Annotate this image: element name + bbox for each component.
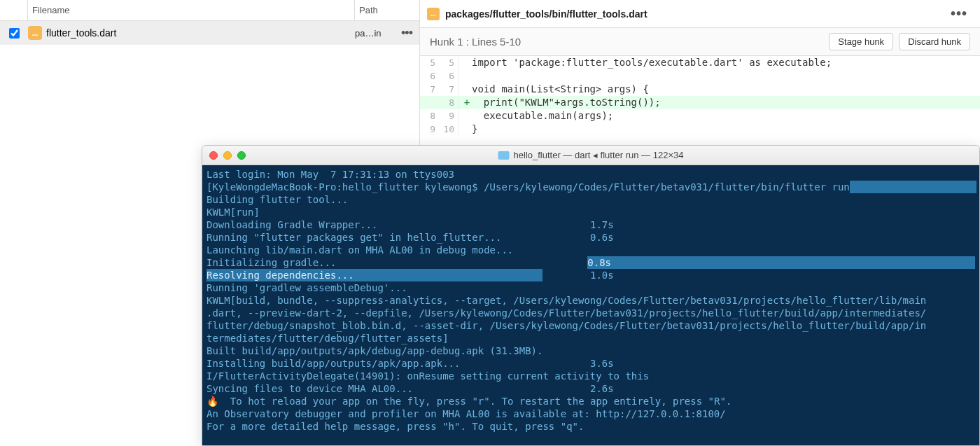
- stage-hunk-button[interactable]: Stage hunk: [829, 33, 893, 50]
- file-checkbox[interactable]: [9, 28, 20, 39]
- terminal-window: hello_flutter — dart ◂ flutter run — 122…: [202, 145, 980, 446]
- terminal-line: Resolving dependencies... 1.0s: [206, 269, 975, 281]
- terminal-line: For a more detailed help message, press …: [206, 420, 975, 433]
- filename-header[interactable]: Filename: [28, 0, 355, 20]
- dart-file-icon: ...: [28, 26, 42, 40]
- editor-tab-bar: ... packages/flutter_tools/bin/flutter_t…: [420, 0, 980, 28]
- terminal-line: Running 'gradlew assembleDebug'...: [206, 281, 975, 294]
- diff-line[interactable]: 66: [420, 69, 980, 83]
- diff-line[interactable]: 910}: [420, 123, 980, 136]
- terminal-line: flutter/debug/snapshot_blob.bin.d, --ass…: [206, 319, 975, 332]
- terminal-line: Syncing files to device MHA AL00...2.6s: [206, 382, 975, 395]
- terminal-body[interactable]: Last login: Mon May 7 17:31:13 on ttys00…: [202, 165, 979, 445]
- terminal-line: Running "flutter packages get" in hello_…: [206, 231, 975, 244]
- hunk-header: Hunk 1 : Lines 5-10 Stage hunk Discard h…: [420, 28, 980, 56]
- terminal-line: termediates/flutter/debug/flutter_assets…: [206, 332, 975, 344]
- hunk-label: Hunk 1 : Lines 5-10: [430, 36, 823, 48]
- diff-line[interactable]: 77void main(List<String> args) {: [420, 83, 980, 96]
- terminal-titlebar[interactable]: hello_flutter — dart ◂ flutter run — 122…: [202, 146, 979, 165]
- file-path-label: pa…in: [355, 28, 394, 39]
- folder-icon: [498, 151, 510, 160]
- dart-file-icon: ...: [427, 8, 440, 20]
- terminal-line: KWLM[build, bundle, --suppress-analytics…: [206, 294, 975, 307]
- terminal-line: An Observatory debugger and profiler on …: [206, 407, 975, 420]
- path-header[interactable]: Path: [355, 0, 419, 20]
- file-name-label: flutter_tools.dart: [46, 27, 116, 39]
- terminal-line: Installing build/app/outputs/apk/app.apk…: [206, 357, 975, 370]
- discard-hunk-button[interactable]: Discard hunk: [899, 33, 970, 50]
- maximize-icon[interactable]: [237, 151, 246, 160]
- terminal-line: Downloading Gradle Wrapper...1.7s: [206, 218, 975, 231]
- file-list-header: Filename Path: [0, 0, 419, 21]
- terminal-line: Building flutter tool...: [206, 193, 975, 206]
- terminal-title: hello_flutter — dart ◂ flutter run — 122…: [514, 150, 684, 160]
- diff-view[interactable]: 55import 'package:flutter_tools/executab…: [420, 56, 980, 136]
- minimize-icon[interactable]: [223, 151, 232, 160]
- terminal-line: Last login: Mon May 7 17:31:13 on ttys00…: [206, 168, 975, 181]
- terminal-line: 🔥 To hot reload your app on the fly, pre…: [206, 395, 975, 407]
- close-icon[interactable]: [209, 151, 218, 160]
- terminal-line: .dart, --preview-dart-2, --depfile, /Use…: [206, 307, 975, 319]
- terminal-line: Launching lib/main.dart on MHA AL00 in d…: [206, 244, 975, 256]
- diff-line[interactable]: 55import 'package:flutter_tools/executab…: [420, 56, 980, 69]
- terminal-line: I/FlutterActivityDelegate(14901): onResu…: [206, 370, 975, 382]
- file-more-button[interactable]: •••: [394, 26, 419, 41]
- diff-line[interactable]: 89 executable.main(args);: [420, 109, 980, 123]
- file-list-panel: Filename Path ... flutter_tools.dart pa……: [0, 0, 420, 145]
- file-row[interactable]: ... flutter_tools.dart pa…in •••: [0, 21, 419, 45]
- checkbox-header: [0, 0, 28, 20]
- terminal-line: Initializing gradle...0.8s: [206, 256, 975, 269]
- diff-panel: ... packages/flutter_tools/bin/flutter_t…: [420, 0, 980, 145]
- diff-line[interactable]: 8+ print("KWLM"+args.toString());: [420, 96, 980, 109]
- tab-title[interactable]: packages/flutter_tools/bin/flutter_tools…: [445, 8, 951, 20]
- terminal-line: KWLM[run]: [206, 206, 975, 218]
- terminal-line: [KyleWongdeMacBook-Pro:hello_flutter kyl…: [206, 181, 975, 193]
- terminal-line: Built build/app/outputs/apk/debug/app-de…: [206, 344, 975, 357]
- tab-more-button[interactable]: •••: [951, 6, 973, 22]
